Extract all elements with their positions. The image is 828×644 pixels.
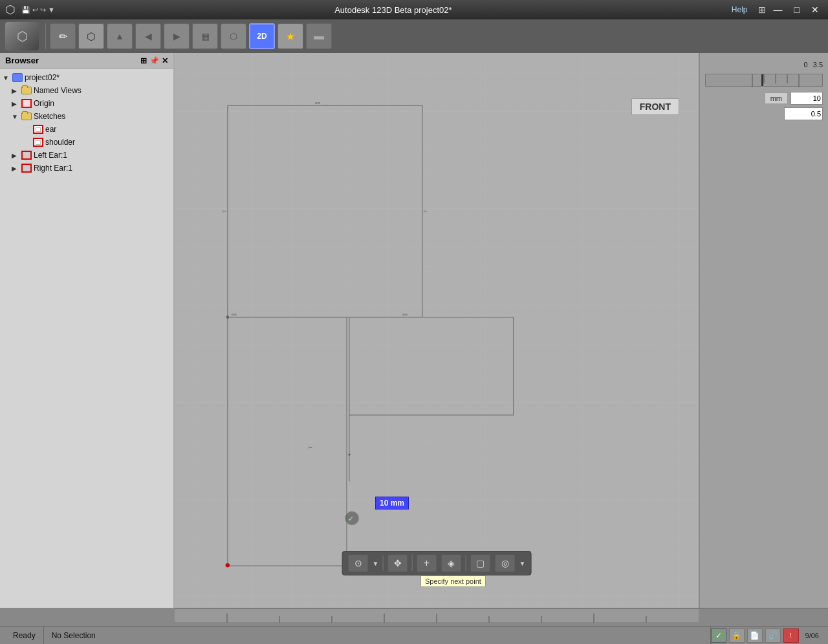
bottom-toolbar: ⊙ ▼ ✥ + ◈ ▢ ◎ [342,551,532,575]
tooltip: Specify next point [420,575,486,587]
snap-arrow[interactable]: ▼ [373,560,379,567]
tree-left-ear[interactable]: ▶ Left Ear:1 [0,149,173,162]
origin-label: Origin [34,99,54,108]
circle-button[interactable]: ◎ [495,554,516,572]
ruler-slider[interactable] [761,74,763,86]
help-link[interactable]: Help [732,5,748,14]
status-selection: No Selection [44,627,711,644]
unknown-icon[interactable]: ⊞ [758,5,766,15]
ruler-spacer [0,608,175,626]
left-ear-label: Left Ear:1 [34,151,67,160]
status-ready: Ready [5,627,44,644]
circle-icon: ◎ [501,558,509,568]
shoulder-label: shoulder [45,138,75,147]
origin-icon [21,98,32,109]
browser-panel: Browser ⊞ 📌 ✕ ▼ project02* [0,53,175,608]
status-icon-2[interactable]: 🔒 [729,628,745,643]
status-percentage: 9/06 [801,632,823,639]
tools-arrow[interactable]: ▼ [519,560,526,567]
arrow-sketches: ▼ [12,113,21,120]
pan-button[interactable]: ✥ [387,554,408,572]
browser-title: Browser [5,56,39,65]
close-button[interactable]: ✕ [807,3,823,16]
app-icon: ⬡ 💾 ↩ ↪ ▼ [5,3,55,17]
status-icon-1[interactable]: ✓ [711,628,726,643]
tool-side-view[interactable]: ▶ [164,23,190,49]
project-label: project02* [25,73,60,82]
arrow-project: ▼ [3,74,12,81]
tree-shoulder[interactable]: shoulder [0,136,173,149]
sketches-label: Sketches [34,112,65,121]
browser-close-icon[interactable]: ✕ [162,56,168,65]
add-button[interactable]: + [417,554,437,572]
unit-label: mm [765,92,788,104]
viewport-grid [175,53,699,608]
tool-pencil[interactable]: ✏ [50,23,76,49]
statusbar: Ready No Selection ✓ 🔒 📄 🔗 ! 9/06 [0,626,828,644]
folder-sketches-icon [21,111,32,122]
browser-grid-icon[interactable]: ⊞ [140,56,147,65]
tool-misc[interactable]: ▬ [306,23,332,49]
tool-split[interactable]: ▦ [192,23,218,49]
arrow-right-ear: ▶ [12,165,21,172]
rect-icon: ▢ [476,558,485,568]
tree-named-views[interactable]: ▶ Named Views [0,84,173,97]
tool-3d[interactable]: ⬡ [221,23,246,49]
tree-origin[interactable]: ▶ Origin [0,97,173,110]
viewport[interactable]: ≡≡ ⊢ ⊢ ≡≡ ⊢ ≡≡ [175,53,699,608]
value-row [705,107,823,120]
transform-button[interactable]: ◈ [441,554,462,572]
browser-header: Browser ⊞ 📌 ✕ [0,53,173,69]
ruler-ticks [705,74,823,87]
home-button[interactable]: ⬡ [5,22,39,50]
unit-row: mm [705,92,823,105]
tree-right-ear[interactable]: ▶ Right Ear:1 [0,162,173,175]
browser-tree: ▼ project02* ▶ Named Views ▶ [0,69,173,608]
status-icon-5[interactable]: ! [783,628,799,643]
secondary-value-input[interactable] [784,107,823,120]
tool-box-view[interactable]: ⬡ [78,23,104,49]
arrow-left-ear: ▶ [12,152,21,159]
snap-icon: ⊙ [354,558,362,568]
maximize-button[interactable]: □ [790,3,803,16]
dimension-input[interactable]: 10 mm [375,497,409,510]
right-ear-icon [21,163,32,173]
dimension-value-input[interactable] [790,92,823,105]
rect-button[interactable]: ▢ [470,554,491,572]
ear-label: ear [45,125,56,134]
folder-named-views-icon [21,85,32,96]
browser-pin-icon[interactable]: 📌 [149,56,159,65]
named-views-label: Named Views [34,86,82,95]
snap-toggle[interactable]: ⊙ [348,554,369,572]
toolbar-area: ⬡ ✏ ⬡ ▲ ◀ ▶ ▦ ⬡ 2D ★ ▬ [0,19,828,53]
titlebar: ⬡ 💾 ↩ ↪ ▼ Autodesk 123D Beta project02* … [0,0,828,19]
right-ear-label: Right Ear:1 [34,164,72,173]
status-text: Ready [13,631,36,640]
ruler-zero: 0 [804,61,808,69]
tool-top-view[interactable]: ▲ [107,23,133,49]
arrow-named-views: ▶ [12,87,21,94]
add-icon: + [424,557,430,569]
tool-star[interactable]: ★ [278,23,303,49]
front-label: FRONT [631,98,679,115]
ruler-row [0,608,828,626]
ruler-end [699,608,828,622]
selection-text: No Selection [52,631,96,640]
tree-project[interactable]: ▼ project02* [0,71,173,84]
status-icon-4[interactable]: 🔗 [765,628,781,643]
tree-ear[interactable]: ear [0,123,173,136]
transform-icon: ◈ [448,558,455,568]
minimize-button[interactable]: — [770,3,787,16]
window-title: Autodesk 123D Beta project02* [55,5,732,15]
separator-2 [412,555,413,571]
tool-2d[interactable]: 2D [249,23,275,49]
separator-1 [383,555,384,571]
pan-icon: ✥ [394,558,402,568]
tree-sketches[interactable]: ▼ Sketches [0,110,173,123]
tool-front-view[interactable]: ◀ [135,23,161,49]
right-panel: 0 3.5 mm [699,53,828,608]
ruler-35: 3.5 [813,61,823,69]
status-icon-3[interactable]: 📄 [747,628,763,643]
arrow-origin: ▶ [12,100,21,107]
left-ear-icon [21,150,32,160]
